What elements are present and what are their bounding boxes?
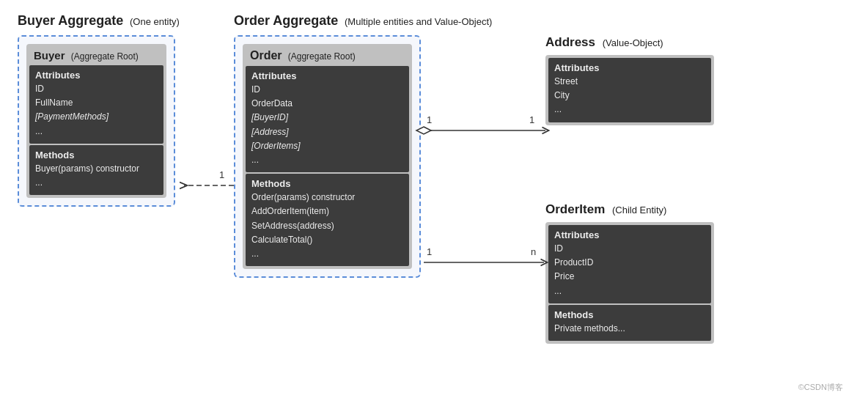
buyer-method-ellipsis: ... — [35, 176, 158, 190]
address-title-row: Address (Value-Object) — [545, 35, 714, 50]
order-entity-name: Order — [250, 49, 282, 62]
address-attr-city: City — [554, 89, 705, 103]
orderitem-attr-price: Price — [554, 270, 705, 284]
address-entity-card: Attributes Street City ... — [545, 55, 714, 125]
buyer-method-constructor: Buyer(params) constructor — [35, 162, 158, 176]
order-attr-ellipsis: ... — [251, 153, 403, 167]
buyer-attributes-section: Attributes ID FullName [PaymentMethods] … — [29, 65, 163, 144]
buyer-title-subtitle: (One entity) — [130, 16, 180, 27]
order-title-bold: Order Aggregate — [234, 13, 338, 28]
svg-text:1: 1 — [427, 114, 432, 125]
buyer-entity-name: Buyer — [34, 49, 65, 62]
order-methods-header: Methods — [251, 178, 403, 189]
order-attr-id: ID — [251, 83, 403, 97]
buyer-attr-header: Attributes — [35, 70, 158, 81]
watermark-text: ©CSDN博客 — [798, 382, 843, 393]
orderitem-entity-container: OrderItem (Child Entity) Attributes ID P… — [545, 202, 714, 344]
svg-text:1: 1 — [427, 246, 432, 257]
address-entity-container: Address (Value-Object) Attributes Street… — [545, 35, 714, 125]
svg-text:1: 1 — [529, 114, 534, 125]
order-attr-orderitems: [OrderItems] — [251, 139, 403, 153]
buyer-aggregate-title: Buyer Aggregate (One entity) — [18, 13, 180, 29]
order-entity-card: Order (Aggregate Root) Attributes ID Ord… — [243, 44, 412, 269]
buyer-title-bold: Buyer Aggregate — [18, 13, 123, 28]
orderitem-attr-productid: ProductID — [554, 256, 705, 270]
order-method-setaddress: SetAddress(address) — [251, 219, 403, 233]
order-attr-buyerid: [BuyerID] — [251, 111, 403, 125]
orderitem-attr-id: ID — [554, 242, 705, 256]
order-method-addorderitem: AddOrderItem(item) — [251, 204, 403, 218]
order-attr-orderdata: OrderData — [251, 97, 403, 111]
orderitem-method-private: Private methods... — [554, 322, 705, 336]
svg-text:n: n — [531, 246, 536, 257]
orderitem-title-subtitle: (Child Entity) — [612, 204, 666, 215]
orderitem-title-row: OrderItem (Child Entity) — [545, 202, 714, 217]
order-attr-header: Attributes — [251, 70, 403, 81]
orderitem-methods-header: Methods — [554, 309, 705, 320]
buyer-methods-header: Methods — [35, 150, 158, 161]
order-dashed-box: Order (Aggregate Root) Attributes ID Ord… — [234, 35, 421, 278]
address-title-bold: Address — [545, 35, 595, 49]
address-attributes-section: Attributes Street City ... — [548, 58, 711, 122]
order-entity-subtitle: (Aggregate Root) — [288, 51, 356, 62]
buyer-attr-paymentmethods: [PaymentMethods] — [35, 110, 158, 124]
order-methods-section: Methods Order(params) constructor AddOrd… — [246, 174, 409, 266]
order-method-ellipsis: ... — [251, 247, 403, 261]
order-title-subtitle: (Multiple entities and Value-Object) — [345, 16, 492, 27]
orderitem-entity-card: Attributes ID ProductID Price ... Method… — [545, 222, 714, 344]
orderitem-attributes-section: Attributes ID ProductID Price ... — [548, 225, 711, 303]
order-aggregate-title: Order Aggregate (Multiple entities and V… — [234, 13, 492, 29]
buyer-entity-subtitle: (Aggregate Root) — [71, 51, 139, 62]
buyer-attr-ellipsis: ... — [35, 125, 158, 139]
orderitem-title-bold: OrderItem — [545, 202, 605, 216]
order-method-constructor: Order(params) constructor — [251, 191, 403, 204]
order-attr-address: [Address] — [251, 125, 403, 139]
buyer-attr-fullname: FullName — [35, 96, 158, 110]
buyer-attr-id: ID — [35, 82, 158, 96]
address-attr-ellipsis: ... — [554, 103, 705, 117]
buyer-dashed-box: Buyer (Aggregate Root) Attributes ID Ful… — [18, 35, 175, 207]
conn-label-buyer-1: 1 — [219, 169, 224, 180]
buyer-card-title: Buyer (Aggregate Root) — [28, 45, 165, 64]
address-title-subtitle: (Value-Object) — [603, 37, 663, 48]
order-card-title: Order (Aggregate Root) — [244, 45, 411, 65]
orderitem-methods-section: Methods Private methods... — [548, 305, 711, 341]
buyer-methods-section: Methods Buyer(params) constructor ... — [29, 145, 163, 195]
order-method-calculatetotal: CalculateTotal() — [251, 233, 403, 247]
address-attr-header: Attributes — [554, 62, 705, 73]
orderitem-attr-ellipsis: ... — [554, 284, 705, 298]
orderitem-attr-header: Attributes — [554, 229, 705, 240]
address-attr-street: Street — [554, 75, 705, 89]
order-attributes-section: Attributes ID OrderData [BuyerID] [Addre… — [246, 66, 409, 172]
buyer-entity-card: Buyer (Aggregate Root) Attributes ID Ful… — [26, 44, 166, 198]
